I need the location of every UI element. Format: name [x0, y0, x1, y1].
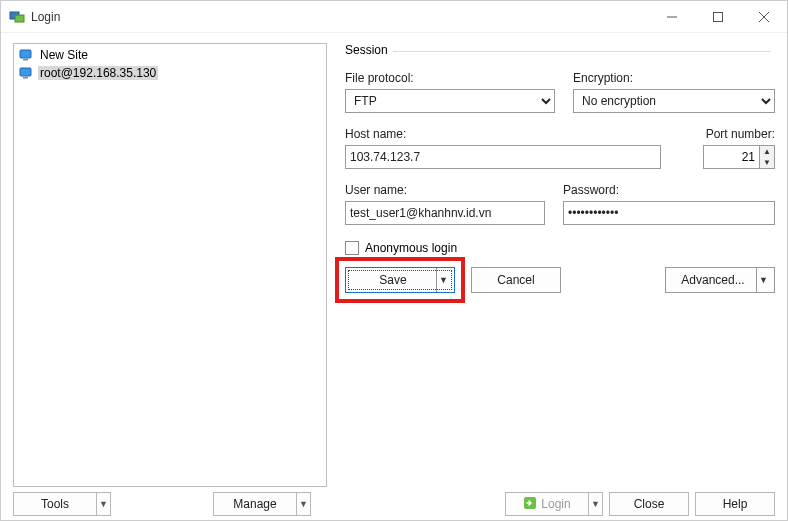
chevron-down-icon[interactable]: ▼ — [296, 493, 310, 515]
tools-button[interactable]: Tools ▼ — [13, 492, 111, 516]
encryption-label: Encryption: — [573, 71, 775, 85]
site-label: root@192.168.35.130 — [38, 66, 158, 80]
save-button[interactable]: Save ▼ — [345, 267, 455, 293]
host-label: Host name: — [345, 127, 661, 141]
svg-rect-6 — [20, 50, 31, 58]
svg-rect-9 — [23, 77, 28, 79]
user-label: User name: — [345, 183, 545, 197]
tools-label: Tools — [14, 497, 96, 511]
file-protocol-label: File protocol: — [345, 71, 555, 85]
chevron-down-icon[interactable]: ▼ — [756, 268, 770, 292]
svg-rect-1 — [15, 15, 24, 22]
spin-down-icon[interactable]: ▼ — [760, 157, 774, 168]
password-input[interactable] — [563, 201, 775, 225]
login-icon — [523, 496, 537, 513]
chevron-down-icon[interactable]: ▼ — [436, 268, 450, 292]
session-group-label: Session — [345, 43, 394, 57]
host-input[interactable] — [345, 145, 661, 169]
anonymous-label: Anonymous login — [365, 241, 457, 255]
advanced-button-label: Advanced... — [681, 273, 744, 287]
close-label: Close — [634, 497, 665, 511]
site-item-root[interactable]: root@192.168.35.130 — [16, 64, 324, 82]
help-label: Help — [723, 497, 748, 511]
cancel-button-label: Cancel — [497, 273, 534, 287]
site-label: New Site — [38, 48, 90, 62]
port-label: Port number: — [706, 127, 775, 141]
chevron-down-icon[interactable]: ▼ — [96, 493, 110, 515]
file-protocol-select[interactable]: FTP — [345, 89, 555, 113]
svg-rect-3 — [714, 12, 723, 21]
manage-label: Manage — [214, 497, 296, 511]
close-button[interactable] — [741, 1, 787, 33]
computer-icon — [18, 65, 34, 81]
login-button[interactable]: Login ▼ — [505, 492, 603, 516]
advanced-button[interactable]: Advanced... ▼ — [665, 267, 775, 293]
site-icon — [18, 47, 34, 63]
svg-rect-7 — [23, 59, 28, 61]
svg-rect-8 — [20, 68, 31, 76]
title-bar: Login — [1, 1, 787, 33]
footer-bar: Tools ▼ Manage ▼ Login ▼ Close Help — [1, 487, 787, 521]
dialog-content: New Site root@192.168.35.130 Session Fil… — [1, 33, 787, 487]
user-input[interactable] — [345, 201, 545, 225]
manage-button[interactable]: Manage ▼ — [213, 492, 311, 516]
encryption-select[interactable]: No encryption — [573, 89, 775, 113]
group-line — [393, 51, 771, 52]
cancel-button[interactable]: Cancel — [471, 267, 561, 293]
anonymous-checkbox[interactable] — [345, 241, 359, 255]
save-button-label: Save — [379, 273, 406, 287]
window-title: Login — [31, 10, 60, 24]
session-panel: Session File protocol: FTP Encryption: N… — [345, 43, 775, 487]
port-input[interactable] — [703, 145, 759, 169]
login-label: Login — [541, 497, 570, 511]
help-button[interactable]: Help — [695, 492, 775, 516]
site-list[interactable]: New Site root@192.168.35.130 — [13, 43, 327, 487]
anonymous-login-row[interactable]: Anonymous login — [345, 241, 775, 255]
chevron-down-icon[interactable]: ▼ — [588, 493, 602, 515]
site-item-new[interactable]: New Site — [16, 46, 324, 64]
maximize-button[interactable] — [695, 1, 741, 33]
spin-up-icon[interactable]: ▲ — [760, 146, 774, 157]
minimize-button[interactable] — [649, 1, 695, 33]
app-icon — [9, 9, 25, 25]
password-label: Password: — [563, 183, 775, 197]
port-spinner[interactable]: ▲ ▼ — [703, 145, 775, 169]
close-dialog-button[interactable]: Close — [609, 492, 689, 516]
